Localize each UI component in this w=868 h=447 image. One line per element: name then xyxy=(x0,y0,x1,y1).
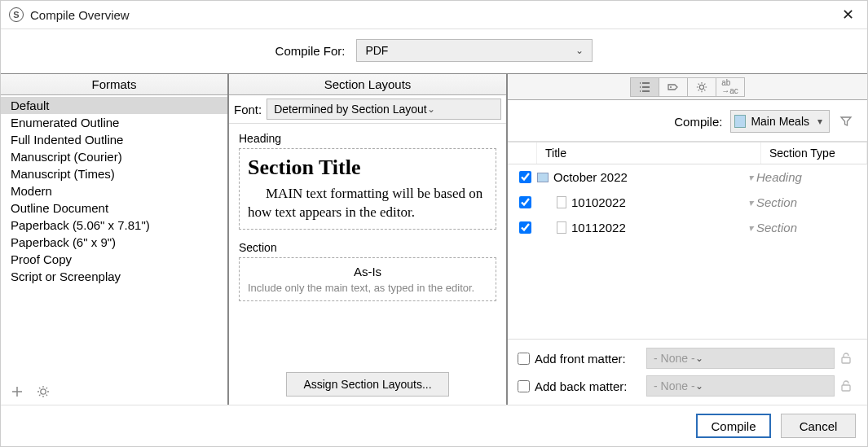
document-icon xyxy=(734,115,746,128)
section-label: Section xyxy=(239,241,496,254)
format-item[interactable]: Outline Document xyxy=(1,199,227,217)
heading-label: Heading xyxy=(239,132,496,145)
format-item[interactable]: Script or Screenplay xyxy=(1,268,227,285)
page-icon xyxy=(557,221,566,234)
settings-icon[interactable] xyxy=(35,383,51,400)
page-icon xyxy=(557,196,566,208)
format-item[interactable]: Paperback (5.06" x 7.81") xyxy=(1,217,227,234)
row-title: October 2022 xyxy=(553,170,628,184)
chevron-down-icon[interactable]: ▾ xyxy=(748,222,753,234)
document-row[interactable]: 10102022▾Section xyxy=(508,190,867,215)
front-matter-checkbox[interactable] xyxy=(518,353,530,365)
row-section-type: Heading xyxy=(756,170,802,184)
row-title: 10112022 xyxy=(571,221,626,234)
row-section-type: Section xyxy=(756,195,797,209)
chevron-down-icon: ⌄ xyxy=(695,380,703,392)
formats-header: Formats xyxy=(1,74,227,95)
format-item[interactable]: Default xyxy=(1,97,227,114)
format-item[interactable]: Manuscript (Courier) xyxy=(1,148,227,165)
format-item[interactable]: Enumerated Outline xyxy=(1,114,227,131)
add-format-icon[interactable] xyxy=(9,383,25,400)
assign-layouts-button[interactable]: Assign Section Layouts... xyxy=(286,372,448,397)
section-preview: As-Is Include only the main text, as typ… xyxy=(239,257,496,301)
compile-for-select[interactable]: PDF ⌄ xyxy=(356,39,593,62)
format-item[interactable]: Full Indented Outline xyxy=(1,131,227,148)
compile-target-select[interactable]: Main Meals ▾ xyxy=(730,110,830,133)
toolbar-replace-icon[interactable]: ab→ac xyxy=(716,77,745,97)
front-matter-label: Add front matter: xyxy=(535,352,626,366)
svg-point-0 xyxy=(41,389,46,394)
heading-preview: Section Title MAIN text formatting will … xyxy=(239,148,496,230)
chevron-down-icon[interactable]: ▾ xyxy=(748,172,753,183)
back-matter-select: - None - ⌄ xyxy=(646,375,835,397)
lock-icon[interactable] xyxy=(841,380,857,392)
svg-rect-4 xyxy=(842,385,850,391)
row-checkbox[interactable] xyxy=(519,171,531,183)
column-title[interactable]: Title xyxy=(537,142,761,164)
column-section-type[interactable]: Section Type xyxy=(761,142,867,164)
toolbar-list-icon[interactable] xyxy=(630,77,659,97)
format-item[interactable]: Modern xyxy=(1,182,227,199)
compile-button[interactable]: Compile xyxy=(696,414,771,438)
toolbar-gear-icon[interactable] xyxy=(687,77,716,97)
compile-target-label: Compile: xyxy=(674,115,722,129)
lock-icon[interactable] xyxy=(841,353,857,364)
front-matter-select: - None - ⌄ xyxy=(646,348,835,369)
svg-point-2 xyxy=(699,85,703,89)
row-title: 10102022 xyxy=(571,195,626,209)
toolbar-tag-icon[interactable] xyxy=(659,77,688,97)
layouts-header: Section Layouts xyxy=(229,74,506,95)
svg-point-1 xyxy=(670,86,672,88)
document-row[interactable]: 10112022▾Section xyxy=(508,215,867,240)
close-icon[interactable]: ✕ xyxy=(837,6,859,24)
chevron-down-icon[interactable]: ▾ xyxy=(748,197,753,208)
filter-icon[interactable] xyxy=(838,113,854,129)
row-checkbox[interactable] xyxy=(519,196,531,208)
app-icon: S xyxy=(9,7,24,22)
font-select[interactable]: Determined by Section Layout ⌄ xyxy=(267,99,501,120)
format-item[interactable]: Paperback (6" x 9") xyxy=(1,234,227,251)
row-section-type: Section xyxy=(756,221,797,234)
chevron-down-icon: ⌄ xyxy=(695,353,703,364)
chevron-down-icon: ⌄ xyxy=(575,45,584,56)
font-label: Font: xyxy=(234,103,262,116)
compile-for-label: Compile For: xyxy=(275,44,346,58)
svg-rect-3 xyxy=(842,357,850,363)
row-checkbox[interactable] xyxy=(519,221,531,234)
format-item[interactable]: Manuscript (Times) xyxy=(1,165,227,182)
back-matter-checkbox[interactable] xyxy=(518,380,530,392)
back-matter-label: Add back matter: xyxy=(535,379,627,393)
cancel-button[interactable]: Cancel xyxy=(781,414,856,438)
format-item[interactable]: Proof Copy xyxy=(1,251,227,268)
chevron-down-icon: ⌄ xyxy=(427,103,435,115)
folder-icon xyxy=(537,173,549,182)
window-title: Compile Overview xyxy=(30,8,130,22)
document-row[interactable]: October 2022▾Heading xyxy=(508,164,867,190)
